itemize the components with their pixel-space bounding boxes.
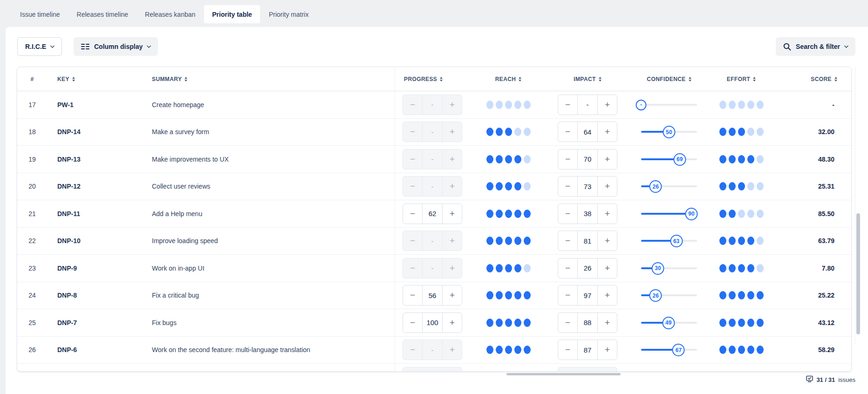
- framework-dropdown[interactable]: R.I.C.E: [17, 37, 62, 56]
- rating-dot[interactable]: [486, 182, 493, 190]
- impact-value[interactable]: 88: [577, 313, 598, 333]
- progress-value[interactable]: 56: [422, 285, 443, 305]
- increment-button[interactable]: +: [598, 340, 617, 360]
- increment-button[interactable]: +: [598, 95, 617, 115]
- rating-dot[interactable]: [524, 182, 531, 190]
- increment-button[interactable]: +: [598, 313, 617, 333]
- tab-priority-table[interactable]: Priority table: [204, 5, 260, 23]
- confidence-slider[interactable]: 63: [641, 231, 697, 251]
- search-filter-button[interactable]: Search & filter: [776, 37, 855, 56]
- confidence-slider-handle[interactable]: 69: [673, 153, 686, 166]
- column-header-progress[interactable]: PROGRESS: [395, 76, 471, 82]
- effort-rating[interactable]: [719, 101, 764, 109]
- rating-dot[interactable]: [738, 101, 745, 109]
- rating-dot[interactable]: [486, 237, 493, 245]
- rating-dot[interactable]: [505, 182, 512, 190]
- decrement-button[interactable]: −: [403, 285, 422, 305]
- column-header-confidence[interactable]: CONFIDENCE: [629, 76, 709, 82]
- increment-button[interactable]: +: [443, 313, 462, 333]
- tab-priority-matrix[interactable]: Priority matrix: [261, 5, 317, 23]
- rating-dot[interactable]: [747, 182, 754, 190]
- confidence-slider[interactable]: 26: [641, 176, 697, 197]
- increment-button[interactable]: +: [598, 177, 617, 196]
- rating-dot[interactable]: [514, 101, 521, 109]
- rating-dot[interactable]: [524, 210, 531, 218]
- rating-dot[interactable]: [757, 319, 764, 327]
- rating-dot[interactable]: [738, 128, 745, 136]
- rating-dot[interactable]: [514, 264, 521, 272]
- rating-dot[interactable]: [514, 210, 521, 218]
- reach-rating[interactable]: [486, 101, 531, 109]
- rating-dot[interactable]: [524, 237, 531, 245]
- impact-value[interactable]: 87: [577, 340, 598, 360]
- effort-rating[interactable]: [719, 264, 764, 272]
- rating-dot[interactable]: [719, 291, 726, 299]
- reach-rating[interactable]: [486, 128, 531, 136]
- reach-rating[interactable]: [486, 264, 531, 272]
- rating-dot[interactable]: [757, 237, 764, 245]
- confidence-slider-handle[interactable]: -: [636, 100, 647, 110]
- rating-dot[interactable]: [524, 346, 531, 354]
- increment-button[interactable]: +: [443, 204, 462, 224]
- decrement-button[interactable]: −: [558, 285, 577, 305]
- rating-dot[interactable]: [757, 101, 764, 109]
- rating-dot[interactable]: [524, 101, 531, 109]
- rating-dot[interactable]: [719, 237, 726, 245]
- rating-dot[interactable]: [514, 155, 521, 163]
- effort-rating[interactable]: [719, 128, 764, 136]
- rating-dot[interactable]: [719, 101, 726, 109]
- rating-dot[interactable]: [505, 346, 512, 354]
- rating-dot[interactable]: [505, 319, 512, 327]
- rating-dot[interactable]: [719, 346, 726, 354]
- impact-value[interactable]: 64: [577, 122, 598, 142]
- rating-dot[interactable]: [486, 155, 493, 163]
- confidence-slider[interactable]: 69: [641, 149, 697, 170]
- rating-dot[interactable]: [514, 291, 521, 299]
- rating-dot[interactable]: [757, 291, 764, 299]
- rating-dot[interactable]: [486, 101, 493, 109]
- tab-issue-timeline[interactable]: Issue timeline: [12, 5, 68, 23]
- decrement-button[interactable]: −: [403, 313, 422, 333]
- confidence-slider[interactable]: 50: [641, 122, 697, 142]
- rating-dot[interactable]: [738, 237, 745, 245]
- rating-dot[interactable]: [747, 101, 754, 109]
- rating-dot[interactable]: [486, 291, 493, 299]
- rating-dot[interactable]: [738, 319, 745, 327]
- reach-rating[interactable]: [486, 237, 531, 245]
- rating-dot[interactable]: [747, 128, 754, 136]
- rating-dot[interactable]: [729, 319, 736, 327]
- rating-dot[interactable]: [496, 264, 503, 272]
- impact-value[interactable]: 70: [577, 149, 598, 169]
- column-header-effort[interactable]: EFFORT: [709, 76, 774, 82]
- reach-rating[interactable]: [486, 210, 531, 218]
- rating-dot[interactable]: [486, 210, 493, 218]
- confidence-slider-handle[interactable]: 26: [649, 289, 662, 302]
- rating-dot[interactable]: [524, 291, 531, 299]
- reach-rating[interactable]: [486, 182, 531, 190]
- rating-dot[interactable]: [486, 319, 493, 327]
- column-header-score[interactable]: SCORE: [774, 76, 851, 82]
- rating-dot[interactable]: [505, 237, 512, 245]
- decrement-button[interactable]: −: [558, 340, 577, 360]
- rating-dot[interactable]: [719, 210, 726, 218]
- rating-dot[interactable]: [524, 155, 531, 163]
- confidence-slider-handle[interactable]: 63: [670, 235, 683, 247]
- rating-dot[interactable]: [514, 346, 521, 354]
- rating-dot[interactable]: [729, 182, 736, 190]
- rating-dot[interactable]: [505, 264, 512, 272]
- decrement-button[interactable]: −: [558, 95, 577, 115]
- rating-dot[interactable]: [747, 210, 754, 218]
- rating-dot[interactable]: [496, 182, 503, 190]
- impact-value[interactable]: 97: [577, 285, 598, 305]
- confidence-slider-handle[interactable]: 26: [649, 180, 662, 193]
- rating-dot[interactable]: [757, 210, 764, 218]
- rating-dot[interactable]: [738, 291, 745, 299]
- rating-dot[interactable]: [729, 128, 736, 136]
- rating-dot[interactable]: [514, 237, 521, 245]
- rating-dot[interactable]: [505, 210, 512, 218]
- column-header-reach[interactable]: REACH: [471, 76, 546, 82]
- reach-rating[interactable]: [486, 319, 531, 327]
- rating-dot[interactable]: [496, 237, 503, 245]
- rating-dot[interactable]: [486, 346, 493, 354]
- rating-dot[interactable]: [505, 291, 512, 299]
